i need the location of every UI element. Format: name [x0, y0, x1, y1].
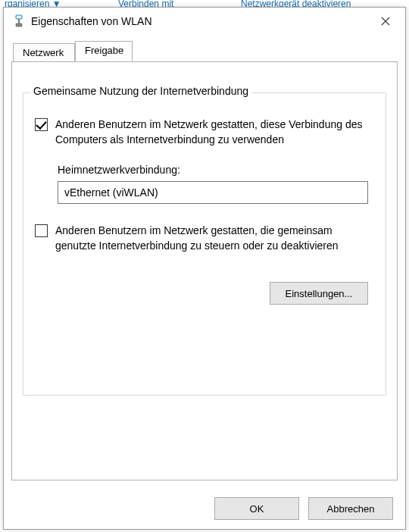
- close-button[interactable]: [369, 8, 402, 35]
- properties-dialog: Eigenschaften von WLAN Netzwerk Freigabe…: [3, 7, 406, 530]
- ok-button-label: OK: [250, 503, 264, 515]
- row-allow-control: Anderen Benutzern im Netzwerk gestatten,…: [35, 223, 374, 253]
- home-connection-select[interactable]: [58, 181, 368, 204]
- row-home-label: Heimnetzwerkverbindung:: [58, 164, 374, 176]
- settings-button[interactable]: Einstellungen...: [270, 282, 368, 305]
- svg-rect-1: [18, 19, 20, 23]
- allow-share-label: Anderen Benutzern im Netzwerk gestatten,…: [55, 117, 374, 147]
- allow-control-label: Anderen Benutzern im Netzwerk gestatten,…: [55, 223, 374, 253]
- settings-button-label: Einstellungen...: [286, 288, 353, 299]
- ics-groupbox: Gemeinsame Nutzung der Internetverbindun…: [23, 85, 386, 396]
- window-title: Eigenschaften von WLAN: [31, 15, 369, 27]
- wlan-adapter-icon: [11, 14, 27, 29]
- home-connection-label: Heimnetzwerkverbindung:: [58, 164, 180, 176]
- tab-panel: Gemeinsame Nutzung der Internetverbindun…: [11, 62, 398, 480]
- tabstrip: Netzwerk Freigabe: [11, 41, 398, 62]
- row-allow-share: Anderen Benutzern im Netzwerk gestatten,…: [35, 117, 374, 147]
- close-icon: [381, 17, 390, 26]
- svg-rect-0: [16, 15, 22, 19]
- cancel-button[interactable]: Abbrechen: [308, 497, 393, 520]
- tab-sharing-label: Freigabe: [85, 45, 123, 56]
- tab-network-label: Netzwerk: [23, 47, 64, 58]
- row-settings: Einstellungen...: [35, 282, 368, 305]
- row-home-combo: [58, 181, 368, 204]
- svg-rect-2: [16, 23, 22, 27]
- cancel-button-label: Abbrechen: [327, 503, 375, 515]
- ok-button[interactable]: OK: [214, 497, 299, 520]
- tab-network[interactable]: Netzwerk: [13, 43, 75, 62]
- tab-sharing[interactable]: Freigabe: [75, 41, 133, 61]
- allow-share-checkbox[interactable]: [35, 118, 48, 131]
- allow-control-checkbox[interactable]: [35, 224, 48, 237]
- titlebar[interactable]: Eigenschaften von WLAN: [4, 8, 405, 35]
- dialog-footer: OK Abbrechen: [4, 488, 405, 529]
- group-legend: Gemeinsame Nutzung der Internetverbindun…: [30, 85, 251, 97]
